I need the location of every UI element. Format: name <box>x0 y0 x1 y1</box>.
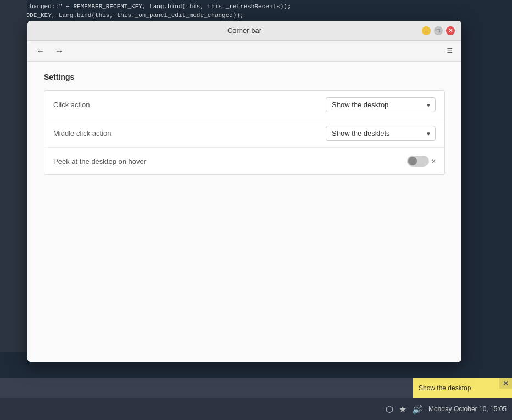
tooltip-text: Show the desktop <box>419 384 471 392</box>
settings-content: Settings Click action Show the desktop S… <box>27 62 461 362</box>
close-button[interactable]: ✕ <box>446 26 455 35</box>
click-action-row: Click action Show the desktop Show the d… <box>44 91 444 119</box>
settings-heading: Settings <box>44 73 445 81</box>
middle-click-action-label: Middle click action <box>53 129 326 137</box>
toggle-off-indicator: ✕ <box>431 158 436 164</box>
dialog-title: Corner bar <box>67 26 422 35</box>
settings-table: Click action Show the desktop Show the d… <box>44 90 445 175</box>
peek-hover-row: Peek at the desktop on hover ✕ <box>44 148 444 174</box>
peek-hover-label: Peek at the desktop on hover <box>53 157 407 165</box>
taskbar-datetime: Monday October 10, 15:05 <box>428 405 507 413</box>
nav-buttons: ← → <box>33 45 67 57</box>
click-action-dropdown[interactable]: Show the desktop Show the desklets Nothi… <box>326 97 436 112</box>
click-action-dropdown-wrapper: Show the desktop Show the desklets Nothi… <box>326 97 436 112</box>
middle-click-action-row: Middle click action Show the desktop Sho… <box>44 119 444 148</box>
left-sidebar <box>0 0 27 352</box>
taskbar: ⬡ ★ 🔊 Monday October 10, 15:05 <box>0 398 512 420</box>
peek-hover-control: ✕ <box>407 156 436 167</box>
forward-button[interactable]: → <box>52 45 67 57</box>
tooltip-close-button[interactable]: ✕ <box>499 378 512 389</box>
toolbar: ← → ≡ <box>27 41 461 62</box>
peek-toggle-container: ✕ <box>407 156 436 167</box>
code-line: EDIT_MODE_KEY, Lang.bind(this, this._on_… <box>4 11 508 20</box>
show-desktop-tooltip: Show the desktop ✕ <box>413 378 512 398</box>
peek-toggle-switch[interactable] <box>407 156 429 167</box>
hamburger-menu-button[interactable]: ≡ <box>443 44 456 58</box>
middle-click-action-dropdown[interactable]: Show the desktop Show the desklets Nothi… <box>326 126 436 141</box>
network-icon: ⬡ <box>386 404 393 415</box>
middle-click-action-control: Show the desktop Show the desklets Nothi… <box>326 126 436 141</box>
corner-bar-dialog: Corner bar – □ ✕ ← → ≡ Settings Click ac… <box>27 21 461 362</box>
taskbar-right: ⬡ ★ 🔊 Monday October 10, 15:05 <box>386 404 507 415</box>
back-button[interactable]: ← <box>33 45 48 57</box>
favorites-icon: ★ <box>399 404 407 415</box>
minimize-button[interactable]: – <box>422 26 431 35</box>
middle-click-action-dropdown-wrapper: Show the desktop Show the desklets Nothi… <box>326 126 436 141</box>
volume-icon: 🔊 <box>412 404 423 415</box>
click-action-control: Show the desktop Show the desklets Nothi… <box>326 97 436 112</box>
click-action-label: Click action <box>53 101 326 109</box>
window-controls: – □ ✕ <box>422 26 455 35</box>
code-line: nect("changed::" + REMEMBER_RECENT_KEY, … <box>4 2 508 11</box>
maximize-button[interactable]: □ <box>434 26 443 35</box>
titlebar: Corner bar – □ ✕ <box>27 21 461 41</box>
